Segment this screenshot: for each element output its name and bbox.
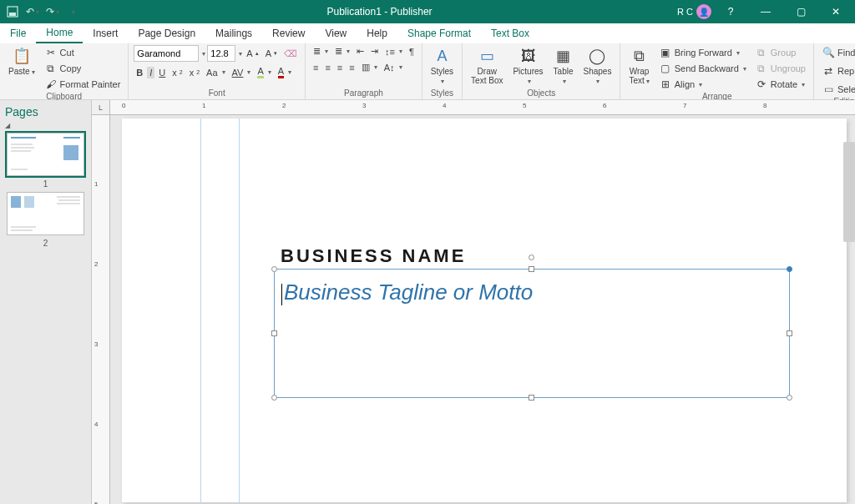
pictures-button[interactable]: 🖼Pictures▾ bbox=[509, 45, 546, 88]
ribbon-tabs: File Home Insert Page Design Mailings Re… bbox=[0, 23, 855, 43]
font-size-combo[interactable] bbox=[207, 45, 235, 62]
change-case-button[interactable]: Aa▾ bbox=[204, 67, 227, 78]
business-name-heading[interactable]: BUSINESS NAME bbox=[281, 245, 466, 267]
numbering-button[interactable]: ≣▾ bbox=[332, 45, 352, 58]
svg-rect-1 bbox=[9, 13, 16, 16]
group-label: Objects bbox=[468, 88, 615, 99]
text-box-icon: ▭ bbox=[478, 47, 496, 65]
undo-icon[interactable]: ↶▾ bbox=[23, 3, 42, 21]
bullets-button[interactable]: ≣▾ bbox=[311, 45, 331, 58]
collapse-icon[interactable]: ◢ bbox=[5, 122, 86, 129]
chevron-down-icon[interactable]: ▾ bbox=[202, 50, 205, 58]
vertical-scrollbar[interactable] bbox=[843, 142, 855, 242]
quick-access-toolbar: ↶▾ ↷▾ ▾ bbox=[0, 3, 82, 21]
tab-mailings[interactable]: Mailings bbox=[205, 23, 262, 43]
draw-text-box-button[interactable]: ▭Draw Text Box bbox=[468, 45, 506, 87]
tab-insert[interactable]: Insert bbox=[83, 23, 128, 43]
grow-font-button[interactable]: A▴ bbox=[244, 48, 261, 59]
group-label: Paragraph bbox=[311, 88, 417, 99]
align-left-button[interactable]: ≡ bbox=[311, 62, 321, 73]
avatar-icon: 👤 bbox=[696, 4, 711, 19]
page[interactable]: BUSINESS NAME Business Tagline or Motto bbox=[122, 118, 847, 502]
tab-file[interactable]: File bbox=[0, 23, 36, 43]
resize-handle[interactable] bbox=[529, 395, 534, 401]
font-name-combo[interactable] bbox=[134, 45, 199, 62]
save-icon[interactable] bbox=[3, 3, 22, 21]
shrink-font-button[interactable]: A▾ bbox=[263, 48, 280, 59]
increase-indent-button[interactable]: ⇥ bbox=[368, 45, 381, 58]
select-button[interactable]: ▭Select▾ bbox=[819, 82, 855, 97]
cut-button[interactable]: ✂Cut bbox=[42, 45, 124, 60]
decrease-indent-button[interactable]: ⇤ bbox=[354, 45, 367, 58]
tab-page-design[interactable]: Page Design bbox=[128, 23, 205, 43]
highlight-button[interactable]: A▾ bbox=[255, 65, 273, 79]
account-button[interactable]: R C👤 bbox=[677, 4, 711, 19]
close-button[interactable]: ✕ bbox=[820, 0, 852, 23]
tab-shape-format[interactable]: Shape Format bbox=[397, 23, 481, 43]
paste-button[interactable]: 📋Paste▾ bbox=[5, 45, 38, 78]
help-icon[interactable]: ? bbox=[715, 0, 746, 23]
tab-view[interactable]: View bbox=[315, 23, 357, 43]
justify-button[interactable]: ≡ bbox=[347, 62, 357, 73]
qat-customize-icon[interactable]: ▾ bbox=[63, 3, 82, 21]
resize-handle[interactable] bbox=[271, 395, 277, 401]
group-label: Styles bbox=[428, 88, 457, 99]
tagline-placeholder[interactable]: Business Tagline or Motto bbox=[275, 270, 789, 315]
chevron-down-icon[interactable]: ▾ bbox=[239, 50, 242, 58]
line-spacing-button[interactable]: ↕≡▾ bbox=[382, 46, 405, 58]
overflow-handle[interactable] bbox=[787, 266, 792, 272]
shapes-button[interactable]: ◯Shapes▾ bbox=[579, 45, 615, 88]
group-paragraph: ≣▾ ≣▾ ⇤ ⇥ ↕≡▾ ¶ ≡ ≡ ≡ ≡ ▥▾ A↕▾ Paragraph bbox=[306, 43, 422, 99]
columns-button[interactable]: ▥▾ bbox=[359, 61, 380, 73]
canvas[interactable]: L 0 1 2 3 4 5 6 7 8 1 2 3 4 5 BUSINESS N… bbox=[92, 100, 855, 504]
tab-home[interactable]: Home bbox=[36, 23, 83, 43]
redo-icon[interactable]: ↷▾ bbox=[43, 3, 62, 21]
format-painter-button[interactable]: 🖌Format Painter bbox=[42, 77, 124, 92]
page-number-label: 1 bbox=[5, 179, 86, 189]
table-button[interactable]: ▦Table▾ bbox=[550, 45, 577, 88]
resize-handle[interactable] bbox=[529, 266, 534, 272]
tab-text-box[interactable]: Text Box bbox=[481, 23, 539, 43]
resize-handle[interactable] bbox=[271, 330, 277, 336]
tab-review[interactable]: Review bbox=[262, 23, 315, 43]
resize-handle[interactable] bbox=[787, 330, 792, 336]
show-marks-button[interactable]: ¶ bbox=[407, 46, 417, 58]
copy-button[interactable]: ⧉Copy bbox=[42, 61, 124, 76]
maximize-button[interactable]: ▢ bbox=[785, 0, 817, 23]
resize-handle[interactable] bbox=[787, 395, 792, 401]
ungroup-icon: ⧉ bbox=[755, 62, 768, 75]
brush-icon: 🖌 bbox=[44, 78, 58, 91]
group-editing: 🔍Find▾ ⇄Replace ▭Select▾ Editing bbox=[814, 43, 855, 99]
char-spacing-button[interactable]: AV▾ bbox=[230, 67, 254, 78]
page-thumbnail-1[interactable] bbox=[7, 133, 84, 176]
font-color-button[interactable]: A▾ bbox=[276, 65, 294, 79]
rotate-handle[interactable] bbox=[529, 255, 534, 260]
align-center-button[interactable]: ≡ bbox=[322, 62, 332, 73]
wrap-text-button[interactable]: ⧉Wrap Text▾ bbox=[625, 45, 652, 88]
replace-button[interactable]: ⇄Replace bbox=[819, 63, 855, 78]
rotate-button[interactable]: ⟳Rotate▾ bbox=[752, 77, 808, 92]
bold-button[interactable]: B bbox=[134, 67, 145, 78]
shapes-icon: ◯ bbox=[588, 47, 606, 65]
underline-button[interactable]: U bbox=[156, 67, 168, 78]
text-direction-button[interactable]: A↕▾ bbox=[382, 62, 405, 73]
pages-panel: Pages ◢ 1 2 bbox=[0, 100, 92, 504]
rotate-icon: ⟳ bbox=[755, 78, 768, 91]
superscript-button[interactable]: x2 bbox=[187, 67, 202, 78]
find-button[interactable]: 🔍Find▾ bbox=[819, 45, 855, 60]
align-button[interactable]: ⊞Align▾ bbox=[656, 77, 749, 92]
subscript-button[interactable]: x2 bbox=[169, 67, 185, 78]
minimize-button[interactable]: — bbox=[750, 0, 782, 23]
clear-formatting-button[interactable]: ⌫ bbox=[281, 48, 300, 60]
align-right-button[interactable]: ≡ bbox=[335, 62, 345, 73]
send-backward-button[interactable]: ▢Send Backward▾ bbox=[656, 61, 749, 76]
page-thumbnail-2[interactable] bbox=[7, 192, 84, 235]
italic-button[interactable]: I bbox=[147, 67, 154, 78]
resize-handle[interactable] bbox=[271, 266, 277, 272]
tab-help[interactable]: Help bbox=[357, 23, 397, 43]
bring-forward-button[interactable]: ▣Bring Forward▾ bbox=[656, 45, 749, 60]
tagline-text-box[interactable]: Business Tagline or Motto bbox=[274, 269, 790, 398]
styles-button[interactable]: AStyles▾ bbox=[428, 45, 457, 88]
copy-icon: ⧉ bbox=[44, 62, 58, 75]
titlebar: ↶▾ ↷▾ ▾ Publication1 - Publisher R C👤 ? … bbox=[0, 0, 855, 23]
